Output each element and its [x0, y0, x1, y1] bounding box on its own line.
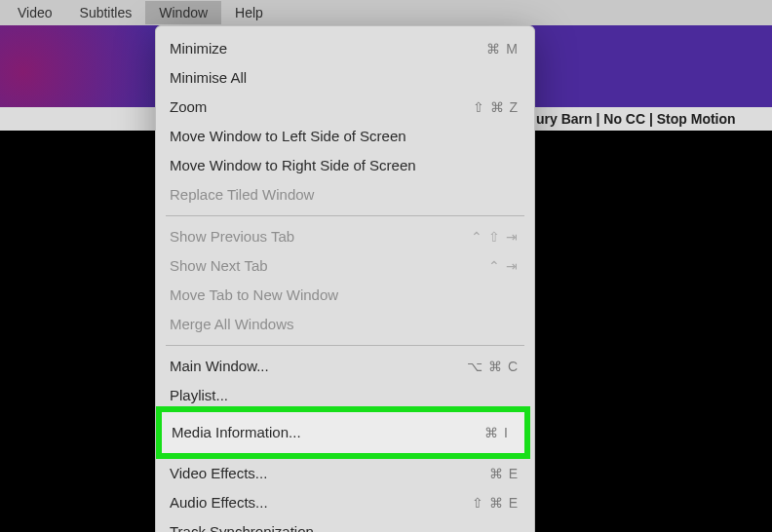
- menu-separator: [166, 345, 524, 346]
- menu-shortcut: ⌃ ⇧ ⇥: [471, 226, 519, 247]
- highlight-box: Media Information... ⌘ I: [156, 406, 530, 459]
- menu-separator: [166, 215, 524, 216]
- menu-replace-tiled: Replace Tiled Window: [156, 180, 534, 209]
- menu-label: Main Window...: [170, 356, 269, 377]
- menu-show-prev-tab: Show Previous Tab ⌃ ⇧ ⇥: [156, 222, 534, 251]
- menu-move-left[interactable]: Move Window to Left Side of Screen: [156, 122, 534, 151]
- window-dropdown-menu: Minimize ⌘ M Minimise All Zoom ⇧ ⌘ Z Mov…: [155, 25, 535, 532]
- menu-shortcut: ⇧ ⌘ E: [472, 492, 519, 513]
- menu-shortcut: ⇧ ⌘ Z: [473, 96, 519, 118]
- menu-shortcut: ⌃ ⇥: [488, 255, 519, 277]
- menu-shortcut: ⌥ ⌘ C: [467, 356, 519, 377]
- menu-minimise-all[interactable]: Minimise All: [156, 63, 534, 93]
- menubar-help[interactable]: Help: [221, 1, 277, 24]
- menubar-video[interactable]: Video: [4, 1, 66, 24]
- menu-main-window[interactable]: Main Window... ⌥ ⌘ C: [156, 352, 534, 381]
- menubar-subtitles[interactable]: Subtitles: [66, 1, 146, 24]
- menu-label: Zoom: [170, 96, 207, 118]
- menu-label: Minimise All: [170, 67, 247, 89]
- menu-label: Move Window to Right Side of Screen: [170, 155, 416, 176]
- menu-move-tab-new: Move Tab to New Window: [156, 281, 534, 310]
- menu-show-next-tab: Show Next Tab ⌃ ⇥: [156, 251, 534, 281]
- menu-shortcut: ⌘ E: [489, 463, 519, 484]
- menu-label: Audio Effects...: [170, 492, 268, 513]
- menu-label: Show Next Tab: [170, 255, 268, 277]
- menu-label: Video Effects...: [170, 463, 267, 484]
- menu-label: Replace Tiled Window: [170, 184, 314, 206]
- menu-label: Playlist...: [170, 385, 228, 406]
- menubar-window[interactable]: Window: [145, 1, 221, 24]
- menu-track-sync[interactable]: Track Synchronization: [156, 517, 534, 532]
- menu-shortcut: ⌘ I: [484, 422, 509, 443]
- menu-label: Show Previous Tab: [170, 226, 294, 247]
- menu-merge-windows: Merge All Windows: [156, 310, 534, 339]
- menu-video-effects[interactable]: Video Effects... ⌘ E: [156, 459, 534, 488]
- window-title-text: ury Barn | No CC | Stop Motion: [536, 111, 736, 127]
- menu-shortcut: ⌘ M: [486, 38, 519, 59]
- menu-label: Move Tab to New Window: [170, 285, 338, 306]
- menu-label: Media Information...: [172, 422, 301, 443]
- menu-minimize[interactable]: Minimize ⌘ M: [156, 34, 534, 63]
- menu-playlist[interactable]: Playlist...: [156, 381, 534, 406]
- menubar: Video Subtitles Window Help: [0, 0, 772, 25]
- menu-media-information[interactable]: Media Information... ⌘ I: [162, 412, 524, 453]
- menu-move-right[interactable]: Move Window to Right Side of Screen: [156, 151, 534, 180]
- menu-label: Minimize: [170, 38, 227, 59]
- menu-label: Move Window to Left Side of Screen: [170, 126, 406, 147]
- menu-audio-effects[interactable]: Audio Effects... ⇧ ⌘ E: [156, 488, 534, 517]
- menu-label: Merge All Windows: [170, 314, 294, 335]
- menu-label: Track Synchronization: [170, 521, 314, 532]
- menu-zoom[interactable]: Zoom ⇧ ⌘ Z: [156, 93, 534, 122]
